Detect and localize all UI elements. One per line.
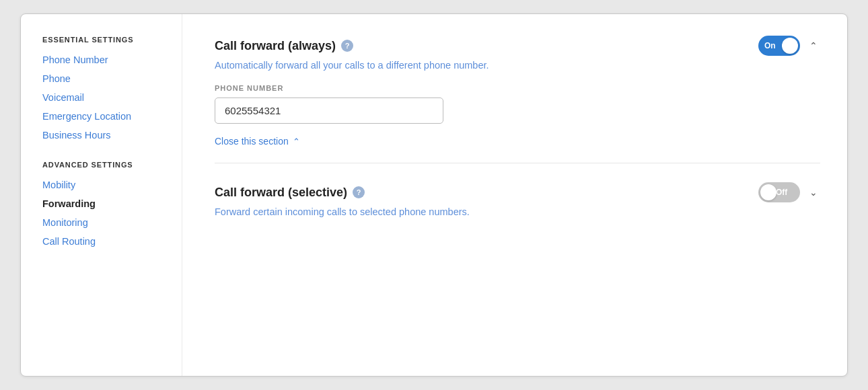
main-content: Call forward (always) ? On ⌃ Automatical… [182, 14, 847, 376]
sidebar-item-mobility[interactable]: Mobility [42, 176, 166, 194]
phone-number-input[interactable] [215, 98, 443, 124]
sidebar-item-monitoring[interactable]: Monitoring [42, 213, 166, 232]
forward-selective-title-row: Call forward (selective) ? [215, 186, 365, 200]
forward-always-controls: On ⌃ [758, 36, 820, 56]
sidebar-item-forwarding[interactable]: Forwarding [42, 194, 166, 213]
forward-selective-header: Call forward (selective) ? Off ⌄ [215, 182, 820, 202]
section1-chevron-up[interactable]: ⌃ [807, 39, 820, 52]
toggle-off-thumb [760, 184, 776, 200]
call-forward-always-section: Call forward (always) ? On ⌃ Automatical… [215, 36, 820, 147]
settings-card: ESSENTIAL SETTINGS Phone Number Phone Vo… [20, 13, 848, 377]
essential-settings-label: ESSENTIAL SETTINGS [42, 36, 166, 44]
close-chevron-icon: ⌃ [293, 136, 300, 147]
sidebar: ESSENTIAL SETTINGS Phone Number Phone Vo… [21, 14, 182, 376]
forward-always-header: Call forward (always) ? On ⌃ [215, 36, 820, 56]
section-divider [215, 163, 820, 163]
sidebar-item-phone[interactable]: Phone [42, 69, 166, 88]
toggle-off-label: Off [776, 188, 787, 197]
close-section-label: Close this section [215, 136, 289, 147]
call-forward-selective-toggle[interactable]: Off [758, 182, 800, 202]
call-forward-selective-description: Forward certain incoming calls to select… [215, 206, 820, 217]
call-forward-selective-section: Call forward (selective) ? Off ⌄ Forward… [215, 182, 820, 217]
phone-number-field-label: PHONE NUMBER [215, 84, 820, 92]
forward-always-title-row: Call forward (always) ? [215, 39, 353, 53]
toggle-thumb [782, 38, 798, 54]
call-forward-selective-help-icon[interactable]: ? [353, 186, 365, 198]
sidebar-item-voicemail[interactable]: Voicemail [42, 88, 166, 107]
call-forward-always-description: Automatically forward all your calls to … [215, 60, 820, 71]
sidebar-item-emergency-location[interactable]: Emergency Location [42, 107, 166, 126]
forward-selective-controls: Off ⌄ [758, 182, 820, 202]
call-forward-always-title: Call forward (always) [215, 39, 336, 53]
sidebar-item-call-routing[interactable]: Call Routing [42, 232, 166, 251]
advanced-settings-label: ADVANCED SETTINGS [42, 161, 166, 169]
close-section-button[interactable]: Close this section ⌃ [215, 136, 820, 147]
sidebar-item-business-hours[interactable]: Business Hours [42, 126, 166, 145]
call-forward-selective-title: Call forward (selective) [215, 186, 347, 200]
sidebar-divider [42, 145, 166, 161]
call-forward-always-toggle[interactable]: On [758, 36, 800, 56]
call-forward-always-help-icon[interactable]: ? [341, 40, 353, 52]
sidebar-item-phone-number[interactable]: Phone Number [42, 50, 166, 69]
section2-chevron-down[interactable]: ⌄ [807, 186, 820, 199]
toggle-on-label: On [764, 41, 776, 50]
